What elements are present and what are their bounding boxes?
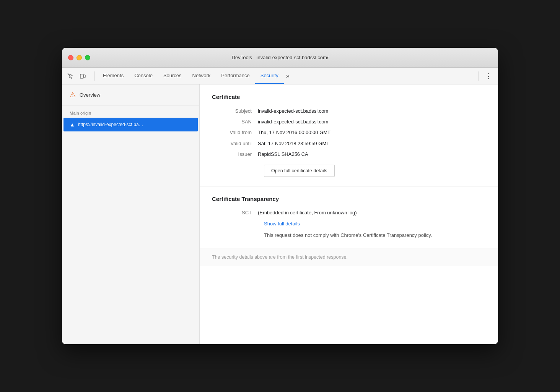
cert-subject-row: Subject invalid-expected-sct.badssl.com [212,108,486,115]
tab-performance[interactable]: Performance [216,68,255,84]
sct-value: (Embedded in certificate, From unknown l… [258,210,357,215]
certificate-title: Certificate [212,94,486,100]
warning-icon: ⚠ [70,91,76,99]
device-icon[interactable] [77,71,88,81]
subject-label: Subject [212,108,258,115]
close-button[interactable] [68,55,73,60]
cert-san-row: SAN invalid-expected-sct.badssl.com [212,118,486,125]
tabs: Elements Console Sources Network Perform… [98,68,475,84]
inspect-icon[interactable] [65,71,76,81]
valid-from-label: Valid from [212,129,258,136]
toolbar-divider-right [479,71,479,81]
toolbar-divider [94,71,94,81]
toolbar-icons [65,71,88,81]
show-full-details-row: Show full details [264,220,486,227]
san-label: SAN [212,118,258,125]
main-origin-section-label: Main origin [62,105,199,118]
valid-until-value: Sat, 17 Nov 2018 23:59:59 GMT [258,140,329,147]
sidebar: ⚠ Overview Main origin ▲ https://invalid… [62,84,200,344]
overview-label: Overview [80,92,100,98]
tabs-overflow-button[interactable]: » [284,68,292,84]
issuer-value: RapidSSL SHA256 CA [258,151,308,158]
warning-small-icon: ▲ [70,121,75,128]
sct-label: SCT [212,210,258,215]
show-full-details-link[interactable]: Show full details [264,221,300,227]
open-cert-details-button[interactable]: Open full certificate details [264,165,335,177]
main-content: ⚠ Overview Main origin ▲ https://invalid… [62,84,498,344]
window-title: DevTools - invalid-expected-sct.badssl.c… [232,55,329,60]
tab-sources[interactable]: Sources [158,68,187,84]
certificate-table: Subject invalid-expected-sct.badssl.com … [212,108,486,158]
toolbar: Elements Console Sources Network Perform… [62,68,498,84]
valid-until-label: Valid until [212,140,258,147]
transparency-section: Certificate Transparency SCT (Embedded i… [200,186,498,249]
minimize-button[interactable] [77,55,82,60]
devtools-window: DevTools - invalid-expected-sct.badssl.c… [62,48,498,344]
transparency-title: Certificate Transparency [212,196,486,202]
more-options-button[interactable]: ⋮ [482,72,495,80]
sct-row: SCT (Embedded in certificate, From unkno… [212,210,486,215]
svg-rect-0 [80,74,83,78]
issuer-label: Issuer [212,151,258,158]
valid-from-value: Thu, 17 Nov 2016 00:00:00 GMT [258,129,330,136]
cert-button-row: Open full certificate details [264,165,486,177]
tab-elements[interactable]: Elements [98,68,129,84]
certificate-section: Certificate Subject invalid-expected-sct… [200,84,498,186]
sidebar-overview[interactable]: ⚠ Overview [62,84,199,105]
cert-valid-from-row: Valid from Thu, 17 Nov 2016 00:00:00 GMT [212,129,486,136]
tab-security[interactable]: Security [255,68,284,84]
tab-console[interactable]: Console [129,68,158,84]
sidebar-origin-item[interactable]: ▲ https://invalid-expected-sct.ba… [63,118,198,131]
traffic-lights [68,55,90,60]
svg-rect-1 [84,75,85,78]
origin-url-label: https://invalid-expected-sct.ba… [78,122,143,127]
right-panel: Certificate Subject invalid-expected-sct… [200,84,498,344]
footer-note: The security details above are from the … [200,248,498,266]
maximize-button[interactable] [85,55,90,60]
tab-network[interactable]: Network [187,68,216,84]
titlebar: DevTools - invalid-expected-sct.badssl.c… [62,48,498,68]
cert-issuer-row: Issuer RapidSSL SHA256 CA [212,151,486,158]
subject-value: invalid-expected-sct.badssl.com [258,108,328,115]
cert-valid-until-row: Valid until Sat, 17 Nov 2018 23:59:59 GM… [212,140,486,147]
san-value: invalid-expected-sct.badssl.com [258,118,328,125]
policy-warning: This request does not comply with Chrome… [264,232,486,239]
